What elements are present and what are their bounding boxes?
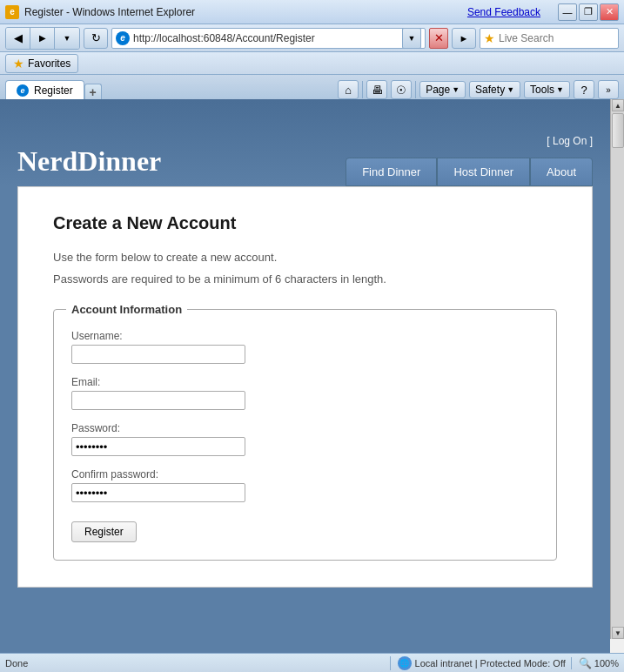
go-button[interactable]: ► [452, 28, 476, 49]
live-search-wrap: ★ 🔍 [480, 28, 619, 49]
zone-text: Local intranet | Protected Mode: Off [415, 658, 566, 669]
address-bar-input-wrap: e ▼ [111, 28, 426, 49]
refresh-button[interactable]: ↻ [84, 28, 108, 49]
zoom-icon: 🔍 [579, 657, 592, 669]
zoom-level: 100% [594, 658, 619, 669]
confirm-password-label: Confirm password: [71, 468, 539, 480]
address-ie-icon: e [116, 31, 130, 45]
about-button[interactable]: About [530, 158, 593, 186]
password-input[interactable] [71, 437, 245, 456]
fieldset-legend: Account Information [66, 303, 187, 316]
favorites-bar: ★ Favorites [0, 52, 624, 75]
help-button[interactable]: ? [574, 80, 594, 99]
username-input[interactable] [71, 345, 245, 364]
title-bar: e Register - Windows Internet Explorer S… [0, 0, 624, 24]
stop-button[interactable]: ✕ [429, 28, 448, 49]
scroll-thumb[interactable] [612, 113, 624, 148]
nd-nav: Find Dinner Host Dinner About [346, 158, 593, 186]
tools-button[interactable]: Tools ▼ [524, 81, 570, 98]
page-title: Create a New Account [53, 213, 557, 233]
close-button[interactable]: ✕ [600, 3, 619, 21]
confirm-password-field: Confirm password: [71, 468, 539, 502]
dropdown-button[interactable]: ▼ [55, 28, 79, 49]
toolbar-separator-2 [415, 81, 416, 98]
search-input[interactable] [499, 32, 624, 44]
email-field: Email: [71, 376, 539, 410]
password-label: Password: [71, 422, 539, 434]
nd-main: Create a New Account Use the form below … [0, 186, 610, 605]
tools-chevron: ▼ [556, 85, 564, 94]
dropdown-arrow[interactable]: ▼ [402, 28, 421, 49]
address-bar: ◀ ▶ ▼ ↻ e ▼ ✕ ► ★ 🔍 [0, 24, 624, 52]
tab-label: Register [34, 84, 73, 97]
new-tab-button[interactable]: + [84, 84, 102, 99]
extend-button[interactable]: » [598, 80, 619, 99]
page-button[interactable]: Page ▼ [419, 81, 466, 98]
status-bar: Done 🌐 Local intranet | Protected Mode: … [0, 653, 624, 672]
desc-line-1: Use the form below to create a new accou… [53, 251, 557, 264]
back-button[interactable]: ◀ [6, 28, 30, 49]
safety-button[interactable]: Safety ▼ [469, 81, 520, 98]
zoom-info: 🔍 100% [571, 657, 619, 669]
toolbar-separator [362, 81, 363, 98]
register-button[interactable]: Register [71, 521, 137, 542]
username-field: Username: [71, 330, 539, 364]
favorites-button[interactable]: ★ Favorites [5, 54, 78, 73]
zone-info: 🌐 Local intranet | Protected Mode: Off [390, 656, 566, 670]
host-dinner-button[interactable]: Host Dinner [437, 158, 530, 186]
email-input[interactable] [71, 391, 245, 410]
browser-content-area: NerdDinner [ Log On ] Find Dinner Host D… [0, 99, 610, 653]
favorites-label: Favorites [28, 57, 70, 70]
scroll-down-arrow[interactable]: ▼ [612, 627, 624, 639]
scroll-up-arrow[interactable]: ▲ [612, 99, 624, 111]
nd-logo: NerdDinner [17, 145, 161, 186]
tab-ie-icon: e [17, 84, 29, 97]
desc-line-2: Passwords are required to be a minimum o… [53, 272, 557, 286]
register-tab[interactable]: e Register [5, 80, 84, 99]
username-label: Username: [71, 330, 539, 342]
ie-logo-icon: e [5, 5, 19, 19]
scrollbar[interactable]: ▲ ▼ [610, 99, 624, 639]
forward-button[interactable]: ▶ [30, 28, 55, 49]
password-field: Password: [71, 422, 539, 456]
account-info-fieldset: Account Information Username: Email: Pas… [53, 303, 557, 561]
print-icon[interactable]: 🖶 [366, 80, 387, 99]
rss-icon[interactable]: ☉ [391, 80, 412, 99]
page-chevron: ▼ [452, 85, 460, 94]
home-icon[interactable]: ⌂ [338, 80, 359, 99]
safety-chevron: ▼ [507, 85, 514, 94]
find-dinner-button[interactable]: Find Dinner [346, 158, 437, 186]
star-icon: ★ [13, 57, 24, 71]
nd-content-box: Create a New Account Use the form below … [17, 186, 593, 588]
address-input[interactable] [133, 32, 399, 44]
earth-icon: 🌐 [398, 656, 412, 670]
window-title: Register - Windows Internet Explorer [24, 6, 195, 18]
confirm-password-input[interactable] [71, 483, 245, 502]
nd-header: NerdDinner [ Log On ] Find Dinner Host D… [0, 99, 610, 186]
email-label: Email: [71, 376, 539, 388]
minimize-button[interactable]: — [558, 3, 577, 21]
send-feedback-link[interactable]: Send Feedback [467, 6, 540, 18]
live-search-icon: ★ [484, 31, 495, 45]
status-text: Done [5, 658, 385, 669]
nd-header-right: [ Log On ] Find Dinner Host Dinner About [346, 135, 593, 186]
restore-button[interactable]: ❐ [579, 3, 598, 21]
logon-link[interactable]: [ Log On ] [547, 135, 593, 147]
